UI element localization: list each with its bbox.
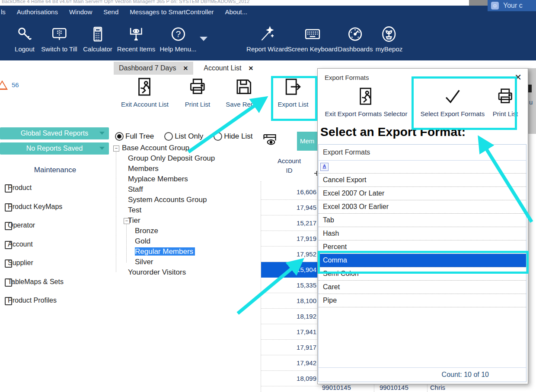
table-row-selected[interactable]: 15,904: [261, 262, 319, 278]
dialog-print-list-button[interactable]: Print List: [493, 87, 518, 117]
table-row[interactable]: 17,919: [261, 231, 319, 247]
export-format-option[interactable]: Cancel Export: [319, 174, 526, 187]
tab-account-list[interactable]: Account List ✕: [198, 62, 258, 75]
sidebar-item-product[interactable]: Product: [8, 184, 32, 192]
print-list-button[interactable]: Print List: [185, 77, 210, 108]
menu-item-window[interactable]: Window: [69, 8, 92, 16]
collapse-icon[interactable]: −: [124, 218, 130, 224]
table-eye-icon[interactable]: [262, 132, 278, 148]
check-icon: [442, 87, 463, 106]
toolbar-mybepoz-button[interactable]: myBepoz: [376, 26, 403, 53]
export-list-button[interactable]: Export List: [278, 77, 309, 108]
menu-bar: ls Authorisations Window Send Messages t…: [1, 8, 247, 16]
background-window-edge: u: [528, 68, 536, 134]
menu-item-messages[interactable]: Messages to SmartController: [130, 8, 214, 16]
toolbar-screen-keyboard-button[interactable]: Screen Keyboard: [287, 26, 338, 53]
tree-node[interactable]: Staff: [113, 184, 215, 195]
export-format-option[interactable]: Caret: [319, 281, 526, 294]
tree-node[interactable]: Test: [113, 205, 215, 215]
tree-node[interactable]: System Accounts Group: [113, 195, 215, 205]
tree-node[interactable]: Myplace Members: [113, 174, 215, 184]
export-format-option[interactable]: Hash: [319, 227, 526, 240]
sidebar-item-product-keymaps[interactable]: Product KeyMaps: [8, 203, 62, 211]
table-row[interactable]: 17,952: [261, 247, 319, 262]
menu-item-send[interactable]: Send: [103, 8, 118, 16]
radio-hide-list[interactable]: Hide List: [214, 132, 252, 141]
toolbar-logout-button[interactable]: Logout: [15, 26, 35, 53]
calculator-icon: [89, 26, 106, 42]
exit-account-list-button[interactable]: Exit Account List: [121, 77, 169, 108]
filter-row[interactable]: A: [319, 161, 526, 174]
table-row[interactable]: 15,335: [261, 278, 319, 293]
menu-item-about[interactable]: About...: [225, 8, 248, 16]
sidebar-item-operator[interactable]: Operator: [8, 221, 35, 229]
tree-view-options: Full Tree List Only Hide List: [115, 132, 252, 141]
no-reports-saved-dropdown[interactable]: No Reports Saved: [0, 142, 109, 155]
svg-text:?: ?: [175, 29, 180, 39]
export-format-option[interactable]: Semi Colon: [319, 267, 526, 281]
toolbar-exit-button[interactable]: it: [0, 26, 3, 53]
tree-node[interactable]: Gold: [113, 236, 215, 247]
radio-list-only[interactable]: List Only: [164, 132, 203, 141]
list-count-status: Count: 10 of 10: [319, 367, 526, 382]
tree-node[interactable]: Silver: [113, 257, 215, 267]
toolbar-report-wizard-button[interactable]: Report Wizard: [246, 26, 288, 53]
sidebar-item-supplier[interactable]: Supplier: [8, 259, 33, 267]
account-id-column-header[interactable]: Account ID: [263, 156, 316, 175]
collapse-icon[interactable]: −: [113, 145, 119, 152]
notification-panel[interactable]: ☺ Your c: [488, 0, 536, 11]
tab-close-icon[interactable]: ✕: [183, 65, 188, 72]
toolbar-recent-items-button[interactable]: Recent Items: [117, 26, 155, 53]
sidebar-item-product-profiles[interactable]: Product Profiles: [8, 297, 57, 304]
tree-node[interactable]: Bronze: [113, 226, 215, 236]
select-export-formats-button[interactable]: Select Export Formats: [421, 87, 485, 117]
tab-close-icon[interactable]: ✕: [248, 65, 253, 72]
global-saved-reports-dropdown[interactable]: Global Saved Reports: [0, 127, 109, 139]
exit-export-formats-selector-button[interactable]: Exit Export Formats Selector: [325, 87, 408, 117]
table-row[interactable]: 18,100: [261, 293, 319, 309]
table-row[interactable]: 17,281: [261, 386, 319, 392]
export-format-option[interactable]: Tab: [319, 214, 526, 227]
auto-filter-icon[interactable]: A: [320, 163, 329, 171]
table-row[interactable]: 17,941: [261, 324, 319, 340]
export-format-option[interactable]: Pipe: [319, 294, 526, 307]
list-empty-space: [319, 307, 526, 367]
close-icon[interactable]: ✕: [514, 72, 522, 82]
export-format-option[interactable]: Excel 2007 Or Later: [319, 187, 526, 200]
sidebar-item-account[interactable]: Account: [8, 240, 33, 248]
menu-item-tools-partial[interactable]: ls: [1, 8, 6, 16]
export-format-option[interactable]: Percent: [319, 240, 526, 254]
tab-dashboard-7-days[interactable]: Dashboard 7 Days ✕: [114, 62, 193, 75]
tree-node[interactable]: Group Only Deposit Group: [113, 153, 215, 164]
tree-node[interactable]: Yourorder Visitors: [113, 267, 215, 278]
table-row[interactable]: 18,192: [261, 309, 319, 324]
toolbar-dashboards-button[interactable]: Dashboards: [338, 26, 373, 53]
table-row[interactable]: 16,606: [261, 184, 319, 200]
tree-node-tier[interactable]: −Tier: [113, 215, 215, 226]
window-title-bar: BackOffice 4 Home 64 Bit v4.6= Main Serv…: [0, 0, 536, 6]
supplier-icon: [5, 259, 12, 268]
tree-node[interactable]: −Base Account Group: [113, 143, 215, 153]
tree-node-selected[interactable]: Regular Members: [113, 247, 215, 257]
radio-full-tree[interactable]: Full Tree: [115, 132, 154, 141]
monitor-eye-icon: [128, 26, 145, 42]
chevron-down-icon: [99, 147, 105, 150]
table-row[interactable]: 15,217: [261, 215, 319, 231]
help-menu-dropdown-icon[interactable]: [200, 37, 207, 41]
toolbar-calculator-button[interactable]: Calculator: [83, 26, 112, 53]
export-formats-dialog: Export Formats ✕ Exit Export Formats Sel…: [317, 68, 528, 384]
save-report-button[interactable]: Save Report: [226, 77, 262, 108]
table-row[interactable]: 17,917: [261, 340, 319, 355]
key-icon: [16, 26, 33, 42]
toolbar-switch-to-till-button[interactable]: Switch to Till: [41, 26, 77, 53]
table-row[interactable]: 17,945: [261, 200, 319, 215]
table-row[interactable]: 17,942: [261, 355, 319, 371]
sidebar-item-tablemaps-sets[interactable]: TableMaps & Sets: [8, 278, 64, 286]
toolbar-help-menu-button[interactable]: ? Help Menu...: [160, 26, 196, 53]
table-row[interactable]: 18,099: [261, 371, 319, 386]
export-format-option[interactable]: Excel 2003 Or Earlier: [319, 200, 526, 214]
menu-item-authorisations[interactable]: Authorisations: [17, 8, 58, 16]
tree-node[interactable]: Members: [113, 164, 215, 174]
maintenance-section-title: Maintenance: [0, 166, 110, 174]
export-format-option-selected[interactable]: Comma: [319, 254, 526, 267]
